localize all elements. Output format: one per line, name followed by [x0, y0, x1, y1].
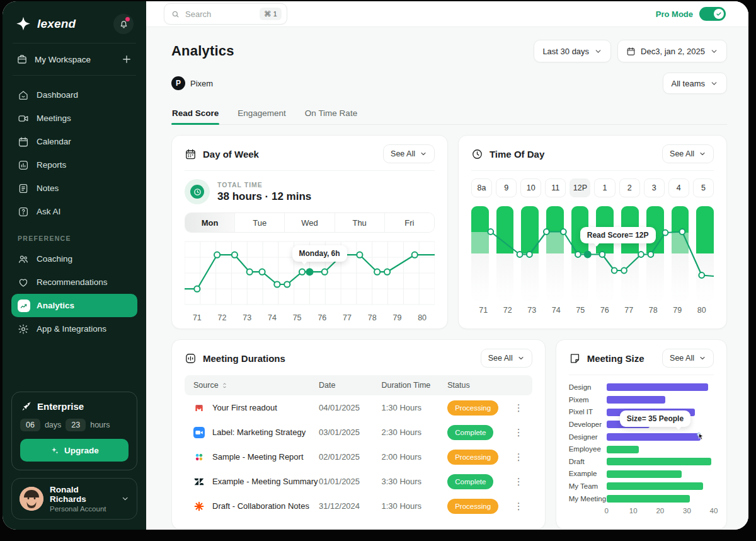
tab-read-score[interactable]: Read Score [171, 103, 219, 124]
row-menu-button[interactable]: ⋮ [503, 451, 523, 463]
x-tick-label: 75 [568, 306, 593, 315]
day-of-week-chart: Monday, 6h [185, 240, 435, 308]
lexend-logo-icon [15, 16, 32, 32]
time-segment-3[interactable]: 3 [644, 178, 665, 197]
hbar-my-meeting[interactable] [607, 495, 690, 503]
notification-dot [125, 17, 130, 21]
day-segment-mon[interactable]: Mon [185, 213, 235, 232]
hbar-pixem[interactable] [607, 396, 666, 404]
size-tooltip: Size= 35 People [620, 410, 690, 427]
all-teams-dropdown[interactable]: All teams [663, 73, 727, 94]
trial-days-badge: 06 [20, 419, 40, 431]
tab-on-time-rate[interactable]: On Time Rate [304, 103, 358, 124]
column-header-source[interactable]: Source [193, 381, 319, 390]
table-row[interactable]: Your First readout04/01/20251:30 HoursPr… [185, 395, 532, 420]
row-menu-button[interactable]: ⋮ [503, 427, 523, 438]
date-dropdown[interactable]: Dec3, jan 2, 2025 [617, 40, 727, 62]
see-all-dropdown[interactable]: See All [662, 144, 714, 163]
workspace-row[interactable]: My Workspace [11, 45, 137, 74]
add-workspace-button[interactable] [121, 54, 132, 65]
x-tick-label: 40 [710, 507, 718, 515]
hbar-my-team[interactable] [607, 482, 703, 490]
day-segment-thu[interactable]: Thu [335, 213, 385, 232]
brand-name: lexend [37, 17, 76, 31]
time-segment-11[interactable]: 11 [545, 178, 566, 197]
hbar-designer[interactable] [607, 433, 701, 441]
time-segment-1[interactable]: 1 [594, 178, 615, 197]
status-badge: Processing [447, 499, 498, 514]
see-all-dropdown[interactable]: See All [662, 349, 714, 368]
meeting-date: 31/12/2024 [319, 501, 381, 511]
chevron-down-icon [517, 354, 525, 362]
sidebar-item-analytics[interactable]: Analytics [11, 294, 137, 317]
time-segment-9[interactable]: 9 [496, 178, 517, 197]
hbar-design[interactable] [607, 383, 709, 391]
sidebar-item-coaching[interactable]: Coaching [11, 247, 137, 270]
sidebar-item-notes[interactable]: Notes [11, 177, 137, 200]
table-row[interactable]: Draft - Collaboration Notes31/12/20241:3… [185, 494, 532, 518]
chart-icon [18, 300, 30, 312]
time-segment-12p[interactable]: 12P [570, 178, 590, 197]
x-tick-label: 80 [689, 306, 714, 315]
hbar-track [607, 470, 714, 478]
hbar-row: My Meeting [569, 495, 714, 503]
table-row[interactable]: Label: Marketing Strategy03/01/20252:30 … [185, 420, 532, 445]
meeting-duration: 1:30 Hours [381, 403, 447, 412]
topbar: Search ⌘ 1 Pro Mode [146, 1, 748, 27]
team-name: Pixem [190, 79, 213, 88]
video-icon [18, 113, 29, 124]
meeting-duration: 3:30 Hours [381, 477, 447, 486]
sidebar-item-recommendations[interactable]: Recommendations [11, 270, 137, 294]
sidebar-item-reports[interactable]: Reports [11, 153, 137, 177]
meeting-duration: 2:30 Hours [381, 428, 447, 437]
row-menu-button[interactable]: ⋮ [503, 476, 523, 487]
table-row[interactable]: Example - Meeting Summary01/01/20253:30 … [185, 469, 532, 494]
notification-bell-button[interactable] [113, 14, 134, 34]
logo-row: lexend [11, 10, 137, 42]
meeting-duration: 2:00 Hours [381, 452, 447, 462]
day-segment-tue[interactable]: Tue [235, 213, 285, 232]
date-range-dropdown[interactable]: Last 30 days [534, 40, 611, 62]
day-segment-fri[interactable]: Fri [385, 213, 434, 232]
sidebar-item-dashboard[interactable]: Dashboard [11, 83, 137, 107]
sidebar-item-meetings[interactable]: Meetings [11, 107, 137, 130]
hbar-draft[interactable] [607, 458, 711, 465]
hbar-label: Designer [569, 433, 607, 441]
total-time-icon [185, 179, 210, 204]
status-badge: Complete [447, 425, 493, 440]
row-menu-button[interactable]: ⋮ [503, 501, 523, 512]
row-menu-button[interactable]: ⋮ [503, 402, 523, 414]
see-all-dropdown[interactable]: See All [481, 349, 532, 368]
time-segment-4[interactable]: 4 [668, 178, 689, 197]
hbar-employee[interactable] [607, 446, 639, 453]
status-cell: Complete [447, 425, 503, 440]
chevron-down-icon [710, 79, 718, 88]
sidebar-item-label: Analytics [37, 301, 74, 310]
search-input[interactable]: Search ⌘ 1 [164, 3, 287, 25]
sidebar-item-calendar[interactable]: Calendar [11, 130, 137, 153]
status-badge: Processing [447, 450, 498, 465]
user-card[interactable]: Ronald Richards Personal Account [11, 478, 137, 520]
meeting-durations-card: Meeting Durations See All SourceDateDura… [171, 339, 546, 530]
x-tick-label: 72 [210, 313, 235, 322]
hbar-track [607, 482, 714, 490]
table-row[interactable]: Sample - Meeting Report02/01/20252:00 Ho… [185, 445, 532, 469]
day-segment-wed[interactable]: Wed [285, 213, 335, 232]
pro-mode-toggle[interactable] [699, 7, 726, 21]
time-segment-2[interactable]: 2 [619, 178, 640, 197]
hbar-row: Employee [569, 445, 714, 453]
user-account-type: Personal Account [50, 505, 115, 513]
x-tick-label: 80 [410, 313, 435, 322]
upgrade-button[interactable]: Upgrade [20, 439, 129, 462]
sidebar-item-ask-ai[interactable]: Ask AI [11, 200, 137, 223]
time-segment-5[interactable]: 5 [693, 178, 714, 197]
time-segment-8a[interactable]: 8a [471, 178, 492, 197]
hbar-example[interactable] [607, 470, 682, 478]
time-segment-10[interactable]: 10 [520, 178, 541, 197]
tab-engagement[interactable]: Engagement [237, 103, 287, 124]
see-all-dropdown[interactable]: See All [383, 144, 435, 163]
waveform-icon [185, 352, 197, 364]
trial-hours-label: hours [90, 421, 110, 429]
sidebar-item-app-integrations[interactable]: App & Integrations [11, 317, 137, 340]
total-time-label: TOTAL TIME [217, 181, 311, 189]
